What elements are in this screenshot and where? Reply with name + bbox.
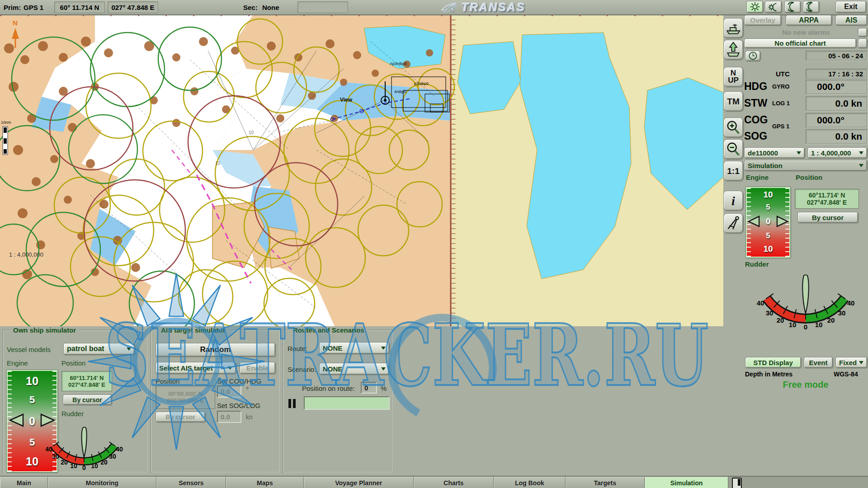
ship-ahead-button[interactable]: [723, 40, 743, 60]
ship-view-button[interactable]: [723, 18, 743, 38]
dark-mode-button[interactable]: [803, 1, 819, 13]
ecdis-screen: Prim: GPS 1 60° 11.714 N 027° 47.848 E S…: [0, 0, 868, 488]
depth-mark: 10: [249, 130, 254, 135]
vessel-model-dropdown[interactable]: patrol boat: [63, 343, 135, 355]
tab-main[interactable]: Main: [0, 477, 48, 488]
position-on-route-input[interactable]: 0: [361, 382, 377, 394]
pause-button[interactable]: [288, 399, 297, 408]
exit-button[interactable]: Exit: [835, 1, 866, 13]
ais-target-simulator-group: AIS target simulator Random Select AIS t…: [151, 330, 280, 473]
ais-position-readout: 00°00.000' N 000°00.000' E: [156, 385, 215, 409]
north-label: N: [13, 19, 18, 27]
panel-mode-dropdown[interactable]: Simulation: [744, 160, 867, 171]
engine-increase-arrow[interactable]: [776, 216, 789, 227]
scenario-dropdown[interactable]: NONE: [319, 363, 389, 375]
route-label: Route:: [288, 345, 307, 352]
event-button[interactable]: Event: [804, 357, 833, 368]
route-dropdown[interactable]: NONE: [319, 342, 389, 354]
engine-decrease-arrow[interactable]: [9, 413, 24, 427]
cog-input[interactable]: 0.0: [217, 385, 241, 398]
alarm-dropdown-button[interactable]: [858, 28, 867, 37]
tab-sensors[interactable]: Sensors: [156, 477, 226, 488]
sog-label: SOG: [744, 130, 767, 142]
sec-source: None: [262, 4, 279, 11]
rudder-label: Rudder: [61, 410, 84, 418]
clock-icon: [749, 52, 757, 60]
ship-up-arrow-icon: [725, 42, 741, 58]
arpa-button[interactable]: ARPA: [786, 15, 832, 25]
transas-logo: TRANSAS: [441, 1, 526, 14]
tab-charts[interactable]: Charts: [414, 477, 494, 488]
set-sog-label: Set SOG/LOG: [217, 402, 260, 409]
zoom-out-button[interactable]: [723, 139, 743, 159]
day-mode-button[interactable]: [746, 1, 763, 13]
by-cursor-button[interactable]: By cursor: [63, 394, 112, 405]
chart-status-button[interactable]: No official chart: [744, 38, 856, 48]
engine-decrease-arrow[interactable]: [747, 216, 760, 227]
cog-value: 000.0°: [806, 113, 867, 127]
std-display-button[interactable]: STD Display: [745, 357, 801, 368]
routes-scenarios-group: Routes and Scenarios Route: NONE Scenari…: [283, 330, 393, 473]
scenario-label: Scenario:: [288, 366, 316, 373]
time-readout: 17 : 16 : 32: [806, 69, 867, 79]
panel-toggle-button[interactable]: [732, 478, 742, 488]
true-motion-button[interactable]: TM: [723, 91, 743, 111]
tab-targets[interactable]: Targets: [566, 477, 645, 488]
by-cursor-button[interactable]: By cursor: [156, 412, 205, 422]
tab-maps[interactable]: Maps: [226, 477, 304, 488]
sec-value-box[interactable]: [297, 1, 348, 13]
prim-lat-box: 60° 11.714 N: [54, 1, 105, 13]
panel-icon: [738, 479, 741, 486]
pause-icon: [293, 399, 296, 408]
zoom-out-icon: [726, 141, 741, 157]
moon-dim-icon: [807, 2, 816, 12]
cog-label: COG: [744, 114, 768, 126]
zoom-in-button[interactable]: [723, 117, 743, 137]
cog-unit: °: [246, 385, 249, 393]
target-label: p3ntkp0: [414, 81, 429, 86]
transas-wave-icon: [441, 2, 459, 14]
tab-simulation[interactable]: Simulation: [645, 477, 728, 488]
tab-voyage-planner[interactable]: Voyage Planner: [304, 477, 414, 488]
dusk-mode-button[interactable]: [765, 1, 782, 13]
view-label: View: [340, 97, 352, 103]
chart-scale-dropdown[interactable]: 1 : 4,000,000: [807, 147, 867, 158]
prim-source: GPS 1: [24, 4, 43, 11]
rudder-gauge[interactable]: 40 30 20 10 0 10 20 30 40: [45, 424, 123, 472]
enable-button[interactable]: Enable: [240, 362, 275, 374]
overlay-button[interactable]: Overlay: [744, 15, 781, 25]
gps-source: GPS 1: [772, 123, 789, 130]
route-progress-bar: [304, 396, 390, 410]
tab-monitoring[interactable]: Monitoring: [48, 477, 156, 488]
erbl-button[interactable]: [723, 213, 743, 233]
pause-icon: [288, 399, 291, 408]
night-mode-button[interactable]: [784, 1, 801, 13]
random-button[interactable]: Random: [156, 343, 275, 357]
select-ais-target-dropdown[interactable]: Select AIS target: [156, 362, 236, 374]
chevron-down-icon: [859, 361, 863, 364]
chevron-down-icon: [859, 151, 863, 155]
clock-button[interactable]: [745, 51, 760, 61]
chart-area[interactable]: N 10nm 1 : 4,000,000 View Ap3ntkp0 p3ntk…: [0, 14, 723, 326]
ais-button[interactable]: AIS: [835, 15, 867, 25]
chevron-down-icon: [797, 151, 801, 155]
chart-id-dropdown[interactable]: de110000: [744, 147, 805, 158]
chevron-down-icon: [228, 366, 232, 370]
north-up-button[interactable]: NUP: [723, 67, 743, 87]
engine-telegraph[interactable]: 10 5 0 5 10: [746, 187, 790, 258]
chart-status-dropdown-button[interactable]: [858, 38, 867, 48]
top-bar: Prim: GPS 1 60° 11.714 N 027° 47.848 E S…: [0, 0, 868, 15]
sog-input[interactable]: 0.0: [217, 411, 241, 423]
utc-label: UTC: [776, 70, 790, 78]
by-cursor-button[interactable]: By cursor: [797, 212, 858, 223]
engine-label: Engine: [7, 359, 28, 367]
tab-log-book[interactable]: Log Book: [494, 477, 566, 488]
sun-icon: [750, 2, 760, 12]
set-cog-label: Set COG/HDG: [217, 377, 261, 385]
fixed-dropdown[interactable]: Fixed: [835, 357, 867, 368]
target-label: 4ntkp0: [394, 89, 406, 94]
rudder-needle: [82, 427, 87, 457]
original-scale-button[interactable]: 1:1: [723, 161, 743, 181]
info-button[interactable]: i: [723, 191, 743, 211]
rudder-gauge[interactable]: 40 30 20 10 0 10 20 30 40: [756, 271, 855, 332]
